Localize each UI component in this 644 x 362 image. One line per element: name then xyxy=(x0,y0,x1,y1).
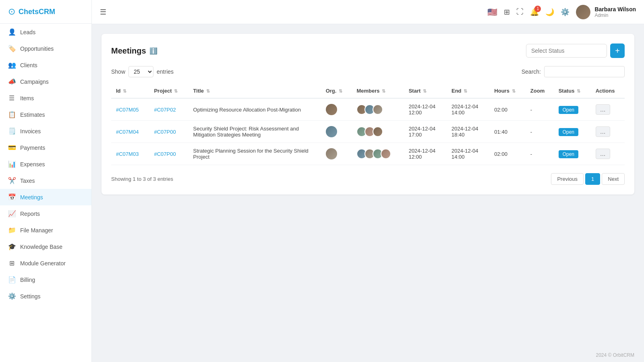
flag-icon[interactable]: 🇺🇸 xyxy=(487,7,497,17)
footer-text: 2024 © OrbitCRM xyxy=(596,352,634,358)
page-1-button[interactable]: 1 xyxy=(585,173,600,185)
entries-select[interactable]: 25 10 50 100 xyxy=(128,66,153,77)
user-info[interactable]: Barbara Wilson Admin xyxy=(576,5,636,19)
meeting-id-link[interactable]: #C07M05 xyxy=(116,107,139,113)
col-status[interactable]: Status ⇅ xyxy=(554,84,591,98)
col-project[interactable]: Project ⇅ xyxy=(149,84,188,98)
sidebar-item-knowledge-base[interactable]: 🎓Knowledge Base xyxy=(0,238,91,255)
sort-hours-icon: ⇅ xyxy=(512,89,516,93)
sidebar-item-items[interactable]: ☰Items xyxy=(0,90,91,106)
sidebar-item-file-manager[interactable]: 📁File Manager xyxy=(0,222,91,238)
sort-status-icon: ⇅ xyxy=(577,89,580,93)
sort-end-icon: ⇅ xyxy=(464,89,467,93)
nav-label-items: Items xyxy=(20,95,34,101)
nav-icon-reports: 📈 xyxy=(8,210,15,217)
nav-icon-knowledge-base: 🎓 xyxy=(8,243,15,250)
cell-hours: 02:00 xyxy=(489,143,526,165)
sidebar-item-clients[interactable]: 👥Clients xyxy=(0,57,91,73)
fullscreen-icon[interactable]: ⛶ xyxy=(516,8,524,16)
nav-label-leads: Leads xyxy=(20,29,35,35)
cell-zoom: - xyxy=(526,143,554,165)
app-header: ☰ 🇺🇸 ⊞ ⛶ 🔔 1 🌙 ⚙️ Barbara Wilson xyxy=(92,0,644,24)
sidebar-item-campaigns[interactable]: 📣Campaigns xyxy=(0,73,91,90)
cell-zoom: - xyxy=(526,121,554,143)
hamburger-icon[interactable]: ☰ xyxy=(100,8,106,17)
status-badge: Open xyxy=(559,128,578,136)
sidebar-item-reports[interactable]: 📈Reports xyxy=(0,205,91,222)
grid-icon[interactable]: ⊞ xyxy=(504,8,510,17)
project-id-link[interactable]: #C07P00 xyxy=(154,129,176,135)
sidebar-item-leads[interactable]: 👤Leads xyxy=(0,24,91,40)
nav-label-meetings: Meetings xyxy=(20,194,43,201)
project-id-link[interactable]: #C07P00 xyxy=(154,151,176,157)
entries-label: entries xyxy=(157,68,174,75)
sidebar-item-estimates[interactable]: 📋Estimates xyxy=(0,106,91,123)
sidebar-item-meetings[interactable]: 📅Meetings xyxy=(0,189,91,205)
sidebar: ⊙ ChetsCRM 👤Leads🏷️Opportunities👥Clients… xyxy=(0,0,92,362)
sidebar-item-settings[interactable]: ⚙️Settings xyxy=(0,288,91,304)
col-actions: Actions xyxy=(591,84,625,98)
table-body: #C07M05 #C07P02 Optimizing Resource Allo… xyxy=(111,98,625,165)
cell-zoom: - xyxy=(526,98,554,121)
nav-icon-clients: 👥 xyxy=(8,61,15,69)
sidebar-item-module-generator[interactable]: ⊞Module Generator xyxy=(0,255,91,271)
next-button[interactable]: Next xyxy=(602,173,625,185)
add-button[interactable]: + xyxy=(610,43,625,58)
col-hours[interactable]: Hours ⇅ xyxy=(489,84,526,98)
search-label: Search: xyxy=(522,68,541,75)
cell-actions: … xyxy=(591,98,625,121)
nav-label-knowledge-base: Knowledge Base xyxy=(20,244,62,250)
header-right: 🇺🇸 ⊞ ⛶ 🔔 1 🌙 ⚙️ Barbara Wilson Admin xyxy=(487,5,636,19)
actions-button[interactable]: … xyxy=(596,126,610,137)
page-header: Meetings ℹ️ + xyxy=(111,43,625,58)
notification-icon[interactable]: 🔔 1 xyxy=(530,8,539,17)
settings-icon[interactable]: ⚙️ xyxy=(561,8,569,17)
page-title-row: Meetings ℹ️ xyxy=(111,46,157,56)
meeting-id-link[interactable]: #C07M04 xyxy=(116,129,139,135)
meeting-id-link[interactable]: #C07M03 xyxy=(116,151,139,157)
col-id[interactable]: Id ⇅ xyxy=(111,84,149,98)
col-org[interactable]: Org. ⇅ xyxy=(321,84,352,98)
sidebar-nav: 👤Leads🏷️Opportunities👥Clients📣Campaigns☰… xyxy=(0,24,91,304)
status-select[interactable] xyxy=(526,44,607,58)
search-input[interactable] xyxy=(544,66,625,77)
col-members[interactable]: Members ⇅ xyxy=(352,84,404,98)
actions-button[interactable]: … xyxy=(596,149,610,159)
show-label: Show xyxy=(111,68,125,75)
info-icon[interactable]: ℹ️ xyxy=(149,47,157,55)
col-start[interactable]: Start ⇅ xyxy=(404,84,447,98)
col-title[interactable]: Title ⇅ xyxy=(188,84,321,98)
user-details: Barbara Wilson Admin xyxy=(594,6,636,18)
cell-members xyxy=(352,98,404,121)
nav-icon-opportunities: 🏷️ xyxy=(8,45,15,52)
sidebar-item-payments[interactable]: 💳Payments xyxy=(0,139,91,156)
nav-label-clients: Clients xyxy=(20,62,37,68)
avatar xyxy=(576,5,590,19)
sidebar-item-expenses[interactable]: 📊Expenses xyxy=(0,156,91,172)
cell-end: 2024-12-0418:40 xyxy=(447,121,489,143)
nav-label-file-manager: File Manager xyxy=(20,227,53,234)
cell-org xyxy=(321,143,352,165)
sidebar-item-opportunities[interactable]: 🏷️Opportunities xyxy=(0,40,91,57)
nav-icon-invoices: 🗒️ xyxy=(8,127,15,135)
header-left: ☰ xyxy=(100,8,106,17)
project-id-link[interactable]: #C07P02 xyxy=(154,107,176,113)
page-title: Meetings xyxy=(111,46,146,56)
member-avatar xyxy=(373,126,383,137)
user-name: Barbara Wilson xyxy=(594,6,636,12)
sidebar-item-invoices[interactable]: 🗒️Invoices xyxy=(0,123,91,139)
sidebar-item-billing[interactable]: 📄Billing xyxy=(0,271,91,288)
nav-icon-items: ☰ xyxy=(8,94,15,102)
org-avatar xyxy=(326,148,337,159)
col-end[interactable]: End ⇅ xyxy=(447,84,489,98)
nav-label-expenses: Expenses xyxy=(20,161,45,168)
status-badge: Open xyxy=(559,106,578,114)
pagination-row: Showing 1 to 3 of 3 entries Previous 1 N… xyxy=(111,173,625,185)
member-avatars xyxy=(356,149,399,159)
darkmode-icon[interactable]: 🌙 xyxy=(545,8,554,17)
actions-button[interactable]: … xyxy=(596,104,610,115)
previous-button[interactable]: Previous xyxy=(551,173,584,185)
table-row: #C07M03 #C07P00 Strategic Planning Sessi… xyxy=(111,143,625,165)
nav-icon-estimates: 📋 xyxy=(8,111,15,118)
sidebar-item-taxes[interactable]: ✂️Taxes xyxy=(0,172,91,189)
